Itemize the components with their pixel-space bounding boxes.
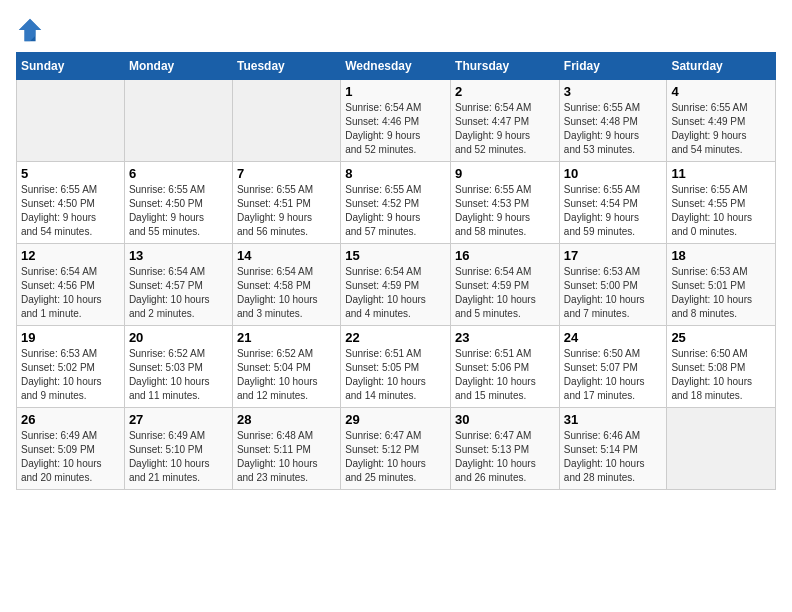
day-cell: [17, 80, 125, 162]
day-cell: 8Sunrise: 6:55 AM Sunset: 4:52 PM Daylig…: [341, 162, 451, 244]
day-cell: 23Sunrise: 6:51 AM Sunset: 5:06 PM Dayli…: [451, 326, 560, 408]
day-info: Sunrise: 6:54 AM Sunset: 4:47 PM Dayligh…: [455, 101, 555, 157]
day-number: 11: [671, 166, 771, 181]
day-number: 29: [345, 412, 446, 427]
day-number: 27: [129, 412, 228, 427]
day-number: 9: [455, 166, 555, 181]
day-info: Sunrise: 6:52 AM Sunset: 5:04 PM Dayligh…: [237, 347, 336, 403]
day-cell: 5Sunrise: 6:55 AM Sunset: 4:50 PM Daylig…: [17, 162, 125, 244]
day-info: Sunrise: 6:48 AM Sunset: 5:11 PM Dayligh…: [237, 429, 336, 485]
day-info: Sunrise: 6:55 AM Sunset: 4:55 PM Dayligh…: [671, 183, 771, 239]
day-cell: [232, 80, 340, 162]
day-number: 30: [455, 412, 555, 427]
day-cell: 31Sunrise: 6:46 AM Sunset: 5:14 PM Dayli…: [559, 408, 667, 490]
day-info: Sunrise: 6:55 AM Sunset: 4:50 PM Dayligh…: [21, 183, 120, 239]
day-number: 23: [455, 330, 555, 345]
day-number: 1: [345, 84, 446, 99]
day-info: Sunrise: 6:54 AM Sunset: 4:58 PM Dayligh…: [237, 265, 336, 321]
day-cell: 24Sunrise: 6:50 AM Sunset: 5:07 PM Dayli…: [559, 326, 667, 408]
day-number: 15: [345, 248, 446, 263]
day-number: 14: [237, 248, 336, 263]
day-cell: 19Sunrise: 6:53 AM Sunset: 5:02 PM Dayli…: [17, 326, 125, 408]
day-info: Sunrise: 6:50 AM Sunset: 5:07 PM Dayligh…: [564, 347, 663, 403]
day-info: Sunrise: 6:55 AM Sunset: 4:51 PM Dayligh…: [237, 183, 336, 239]
day-number: 6: [129, 166, 228, 181]
logo-icon: [16, 16, 44, 44]
day-info: Sunrise: 6:55 AM Sunset: 4:48 PM Dayligh…: [564, 101, 663, 157]
day-info: Sunrise: 6:55 AM Sunset: 4:53 PM Dayligh…: [455, 183, 555, 239]
day-cell: 4Sunrise: 6:55 AM Sunset: 4:49 PM Daylig…: [667, 80, 776, 162]
week-row-1: 1Sunrise: 6:54 AM Sunset: 4:46 PM Daylig…: [17, 80, 776, 162]
day-number: 18: [671, 248, 771, 263]
day-header-tuesday: Tuesday: [232, 53, 340, 80]
day-cell: 25Sunrise: 6:50 AM Sunset: 5:08 PM Dayli…: [667, 326, 776, 408]
day-number: 16: [455, 248, 555, 263]
day-cell: 18Sunrise: 6:53 AM Sunset: 5:01 PM Dayli…: [667, 244, 776, 326]
day-number: 12: [21, 248, 120, 263]
day-header-wednesday: Wednesday: [341, 53, 451, 80]
day-cell: 9Sunrise: 6:55 AM Sunset: 4:53 PM Daylig…: [451, 162, 560, 244]
calendar-table: SundayMondayTuesdayWednesdayThursdayFrid…: [16, 52, 776, 490]
calendar-body: 1Sunrise: 6:54 AM Sunset: 4:46 PM Daylig…: [17, 80, 776, 490]
day-cell: 15Sunrise: 6:54 AM Sunset: 4:59 PM Dayli…: [341, 244, 451, 326]
day-cell: 27Sunrise: 6:49 AM Sunset: 5:10 PM Dayli…: [124, 408, 232, 490]
day-cell: [124, 80, 232, 162]
days-header-row: SundayMondayTuesdayWednesdayThursdayFrid…: [17, 53, 776, 80]
day-number: 26: [21, 412, 120, 427]
svg-marker-1: [19, 19, 41, 41]
day-cell: 20Sunrise: 6:52 AM Sunset: 5:03 PM Dayli…: [124, 326, 232, 408]
day-info: Sunrise: 6:52 AM Sunset: 5:03 PM Dayligh…: [129, 347, 228, 403]
day-info: Sunrise: 6:51 AM Sunset: 5:05 PM Dayligh…: [345, 347, 446, 403]
week-row-4: 19Sunrise: 6:53 AM Sunset: 5:02 PM Dayli…: [17, 326, 776, 408]
day-info: Sunrise: 6:54 AM Sunset: 4:46 PM Dayligh…: [345, 101, 446, 157]
day-number: 31: [564, 412, 663, 427]
day-cell: 11Sunrise: 6:55 AM Sunset: 4:55 PM Dayli…: [667, 162, 776, 244]
day-cell: 16Sunrise: 6:54 AM Sunset: 4:59 PM Dayli…: [451, 244, 560, 326]
day-cell: 21Sunrise: 6:52 AM Sunset: 5:04 PM Dayli…: [232, 326, 340, 408]
day-number: 5: [21, 166, 120, 181]
day-number: 8: [345, 166, 446, 181]
day-number: 13: [129, 248, 228, 263]
logo: [16, 16, 48, 44]
day-cell: [667, 408, 776, 490]
day-cell: 7Sunrise: 6:55 AM Sunset: 4:51 PM Daylig…: [232, 162, 340, 244]
day-number: 20: [129, 330, 228, 345]
day-info: Sunrise: 6:47 AM Sunset: 5:13 PM Dayligh…: [455, 429, 555, 485]
day-info: Sunrise: 6:47 AM Sunset: 5:12 PM Dayligh…: [345, 429, 446, 485]
day-cell: 13Sunrise: 6:54 AM Sunset: 4:57 PM Dayli…: [124, 244, 232, 326]
day-cell: 29Sunrise: 6:47 AM Sunset: 5:12 PM Dayli…: [341, 408, 451, 490]
day-info: Sunrise: 6:50 AM Sunset: 5:08 PM Dayligh…: [671, 347, 771, 403]
day-number: 17: [564, 248, 663, 263]
day-info: Sunrise: 6:55 AM Sunset: 4:54 PM Dayligh…: [564, 183, 663, 239]
day-cell: 30Sunrise: 6:47 AM Sunset: 5:13 PM Dayli…: [451, 408, 560, 490]
day-cell: 3Sunrise: 6:55 AM Sunset: 4:48 PM Daylig…: [559, 80, 667, 162]
day-header-thursday: Thursday: [451, 53, 560, 80]
day-cell: 10Sunrise: 6:55 AM Sunset: 4:54 PM Dayli…: [559, 162, 667, 244]
day-cell: 22Sunrise: 6:51 AM Sunset: 5:05 PM Dayli…: [341, 326, 451, 408]
day-info: Sunrise: 6:49 AM Sunset: 5:09 PM Dayligh…: [21, 429, 120, 485]
day-cell: 6Sunrise: 6:55 AM Sunset: 4:50 PM Daylig…: [124, 162, 232, 244]
day-number: 7: [237, 166, 336, 181]
day-info: Sunrise: 6:51 AM Sunset: 5:06 PM Dayligh…: [455, 347, 555, 403]
day-cell: 26Sunrise: 6:49 AM Sunset: 5:09 PM Dayli…: [17, 408, 125, 490]
day-number: 2: [455, 84, 555, 99]
page-header: [16, 16, 776, 44]
day-number: 21: [237, 330, 336, 345]
day-number: 25: [671, 330, 771, 345]
day-info: Sunrise: 6:54 AM Sunset: 4:57 PM Dayligh…: [129, 265, 228, 321]
day-info: Sunrise: 6:46 AM Sunset: 5:14 PM Dayligh…: [564, 429, 663, 485]
day-info: Sunrise: 6:53 AM Sunset: 5:00 PM Dayligh…: [564, 265, 663, 321]
day-cell: 17Sunrise: 6:53 AM Sunset: 5:00 PM Dayli…: [559, 244, 667, 326]
day-number: 19: [21, 330, 120, 345]
day-cell: 2Sunrise: 6:54 AM Sunset: 4:47 PM Daylig…: [451, 80, 560, 162]
week-row-3: 12Sunrise: 6:54 AM Sunset: 4:56 PM Dayli…: [17, 244, 776, 326]
week-row-5: 26Sunrise: 6:49 AM Sunset: 5:09 PM Dayli…: [17, 408, 776, 490]
day-number: 28: [237, 412, 336, 427]
day-info: Sunrise: 6:54 AM Sunset: 4:59 PM Dayligh…: [345, 265, 446, 321]
day-info: Sunrise: 6:55 AM Sunset: 4:50 PM Dayligh…: [129, 183, 228, 239]
day-info: Sunrise: 6:55 AM Sunset: 4:52 PM Dayligh…: [345, 183, 446, 239]
day-header-friday: Friday: [559, 53, 667, 80]
day-header-monday: Monday: [124, 53, 232, 80]
day-header-sunday: Sunday: [17, 53, 125, 80]
day-info: Sunrise: 6:53 AM Sunset: 5:02 PM Dayligh…: [21, 347, 120, 403]
